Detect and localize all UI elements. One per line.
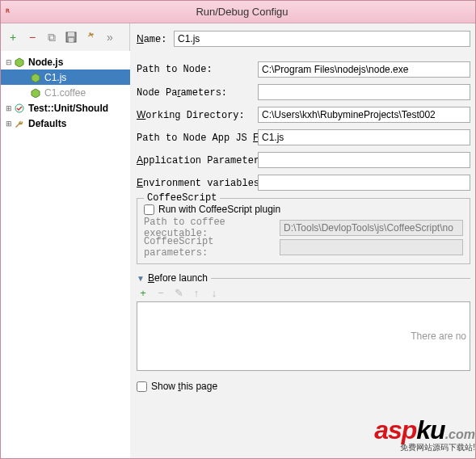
tree-node-nodejs[interactable]: ⊟ Node.js: [1, 54, 130, 69]
run-coffee-checkbox[interactable]: Run with CoffeeScript plugin: [144, 204, 463, 215]
path-node-row: Path to Node:: [137, 59, 470, 80]
show-page-input[interactable]: [137, 381, 147, 392]
watermark-tld: .com: [445, 427, 475, 441]
bl-up-button: ↑: [190, 286, 203, 299]
before-launch-header[interactable]: ▼ Before launch: [137, 272, 470, 284]
svg-point-3: [89, 36, 92, 39]
work-dir-field[interactable]: [258, 107, 470, 123]
tree-node-c1js[interactable]: C1.js: [1, 69, 130, 85]
before-launch-empty: There are no: [411, 331, 466, 342]
config-window: ᴿ Run/Debug Configu + − ⧉ »: [0, 0, 476, 459]
tree-node-c1coffee[interactable]: C1.coffee: [1, 85, 130, 100]
add-config-button[interactable]: +: [6, 30, 20, 44]
tree-expander-icon[interactable]: ⊞: [4, 104, 14, 112]
app-params-field[interactable]: [258, 152, 470, 168]
app-params-row: Application Parameters:: [137, 149, 470, 171]
show-page-label: Show this page: [151, 381, 217, 392]
copy-config-button[interactable]: ⧉: [44, 30, 59, 44]
coffee-exe-field: [280, 220, 463, 236]
node-params-label: Node Parameters:: [137, 86, 258, 99]
coffee-params-row: CoffeeScript parameters:: [144, 238, 463, 257]
name-label: Name:: [137, 33, 174, 45]
run-coffee-label: Run with CoffeeScript plugin: [158, 204, 280, 215]
watermark: aspku.com 免费网站源码下载站!: [374, 415, 475, 453]
bl-down-button: ↓: [208, 286, 221, 299]
before-launch-toolbar: + − ✎ ↑ ↓: [137, 284, 470, 301]
bl-edit-button: ✎: [172, 286, 185, 299]
tree-label: C1.coffee: [43, 87, 86, 99]
edit-defaults-button[interactable]: [83, 30, 98, 44]
tree-toolbar: + − ⧉ »: [1, 23, 129, 51]
run-coffee-input[interactable]: [144, 204, 154, 215]
node-params-field[interactable]: [258, 84, 470, 100]
form-panel: Name: Path to Node: Node Parameters: Wor…: [130, 23, 475, 458]
content-area: + − ⧉ » ⊟ Node.js: [1, 23, 475, 458]
window-title: Run/Debug Configu: [25, 6, 475, 18]
node-icon: [30, 72, 41, 83]
expand-toolbar-button[interactable]: »: [103, 30, 117, 44]
tree-node-defaults[interactable]: ⊞ Defaults: [1, 116, 130, 131]
watermark-brand1: asp: [374, 415, 416, 444]
app-file-row: Path to Node App JS File:: [137, 127, 470, 148]
show-page-checkbox[interactable]: Show this page: [137, 381, 470, 392]
app-file-field[interactable]: [258, 129, 470, 145]
env-vars-field[interactable]: [258, 175, 470, 191]
save-config-button[interactable]: [64, 30, 78, 44]
work-dir-label: Working Directory:: [137, 109, 258, 121]
node-icon: [30, 87, 41, 99]
path-node-label: Path to Node:: [137, 64, 258, 75]
tree-label: Test::Unit/Should: [27, 103, 108, 114]
tree-node-test[interactable]: ⊞ Test::Unit/Should: [1, 100, 130, 116]
disclosure-triangle-icon[interactable]: ▼: [137, 274, 145, 283]
watermark-brand2: ku: [416, 415, 444, 444]
svg-marker-5: [32, 74, 40, 82]
coffeescript-group: CoffeeScript Run with CoffeeScript plugi…: [137, 198, 470, 264]
coffee-exe-row: Path to coffee executable:: [144, 218, 463, 238]
tree-label: Node.js: [27, 57, 63, 68]
coffeescript-legend: CoffeeScript: [144, 192, 220, 204]
bl-add-button[interactable]: +: [137, 286, 150, 299]
svg-marker-6: [32, 89, 40, 98]
node-icon: [14, 57, 25, 68]
tree-expander-icon[interactable]: ⊟: [4, 58, 14, 66]
name-row: Name:: [137, 28, 470, 49]
coffee-params-field: [280, 239, 463, 255]
tree-label: C1.js: [43, 72, 66, 83]
titlebar[interactable]: ᴿ Run/Debug Configu: [1, 1, 475, 23]
coffee-params-label: CoffeeScript parameters:: [144, 236, 280, 259]
svg-rect-2: [69, 38, 74, 42]
svg-marker-4: [15, 58, 23, 67]
watermark-sub: 免费网站源码下载站!: [374, 442, 475, 453]
svg-rect-1: [68, 32, 74, 36]
app-logo-icon: ᴿ: [6, 6, 19, 19]
before-launch-list[interactable]: There are no: [137, 301, 470, 371]
bl-remove-button: −: [154, 286, 167, 299]
remove-config-button[interactable]: −: [25, 30, 40, 44]
env-vars-row: Environment variables:: [137, 172, 470, 193]
node-params-row: Node Parameters:: [137, 82, 470, 103]
config-tree[interactable]: ⊟ Node.js C1.js C1.coffee: [1, 51, 130, 458]
wrench-icon: [14, 118, 25, 129]
work-dir-row: Working Directory:: [137, 104, 470, 125]
path-node-field[interactable]: [258, 61, 470, 78]
before-launch-label: Before launch: [148, 272, 208, 284]
tree-label: Defaults: [27, 118, 66, 129]
name-field[interactable]: [174, 31, 470, 47]
env-vars-label: Environment variables:: [137, 177, 258, 189]
divider: [211, 278, 470, 279]
app-file-label: Path to Node App JS File:: [137, 132, 258, 144]
tree-expander-icon[interactable]: ⊞: [4, 120, 14, 128]
window-body: + − ⧉ » ⊟ Node.js: [1, 23, 475, 458]
app-params-label: Application Parameters:: [137, 154, 258, 166]
test-icon: [14, 103, 25, 114]
